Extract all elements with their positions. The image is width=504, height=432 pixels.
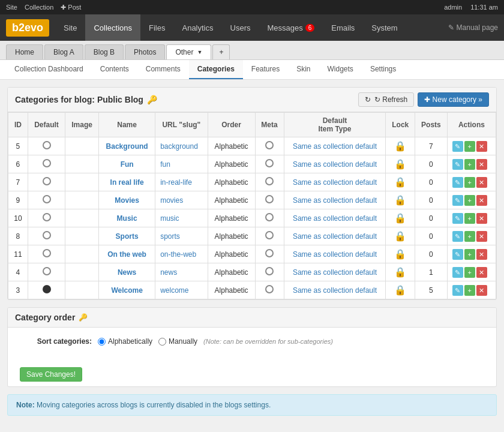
category-slug-link[interactable]: music	[160, 214, 179, 223]
category-name-link[interactable]: Welcome	[111, 286, 142, 295]
tab-blog-b[interactable]: Blog B	[85, 44, 124, 59]
cell-name[interactable]: Welcome	[99, 281, 155, 299]
meta-radio[interactable]	[265, 213, 274, 221]
add-subcategory-button[interactable]: +	[464, 141, 475, 152]
add-subcategory-button[interactable]: +	[464, 177, 475, 188]
cell-meta[interactable]	[255, 245, 284, 263]
edit-button[interactable]: ✎	[452, 159, 463, 170]
cell-name[interactable]: In real life	[99, 173, 155, 191]
category-name-link[interactable]: In real life	[110, 178, 144, 187]
default-radio[interactable]	[43, 213, 51, 221]
tab-other[interactable]: Other ▼	[166, 44, 211, 59]
cell-name[interactable]: News	[99, 263, 155, 281]
subtab-collection-dashboard[interactable]: Collection Dashboard	[6, 60, 92, 79]
category-slug-link[interactable]: welcome	[160, 286, 188, 295]
nav-analytics[interactable]: Analytics	[173, 14, 221, 41]
cell-item-type[interactable]: Same as collection default	[284, 173, 386, 191]
delete-button[interactable]: ✕	[476, 159, 487, 170]
meta-radio[interactable]	[265, 267, 274, 275]
meta-radio[interactable]	[265, 285, 274, 293]
edit-button[interactable]: ✎	[452, 267, 463, 278]
cell-item-type[interactable]: Same as collection default	[284, 155, 386, 173]
nav-system[interactable]: System	[363, 14, 406, 41]
subtab-categories[interactable]: Categories	[189, 60, 243, 79]
add-subcategory-button[interactable]: +	[464, 213, 475, 224]
default-radio[interactable]	[43, 177, 51, 185]
subtab-settings[interactable]: Settings	[362, 60, 404, 79]
category-name-link[interactable]: On the web	[107, 250, 146, 259]
cell-slug[interactable]: movies	[155, 191, 208, 209]
edit-button[interactable]: ✎	[452, 195, 463, 206]
cell-meta[interactable]	[255, 227, 284, 245]
default-radio[interactable]	[43, 159, 51, 167]
category-slug-link[interactable]: sports	[160, 232, 180, 241]
category-name-link[interactable]: Background	[106, 142, 148, 151]
delete-button[interactable]: ✕	[476, 141, 487, 152]
edit-button[interactable]: ✎	[452, 213, 463, 224]
nav-messages[interactable]: Messages 6	[259, 14, 323, 41]
delete-button[interactable]: ✕	[476, 195, 487, 206]
cell-slug[interactable]: welcome	[155, 281, 208, 299]
add-subcategory-button[interactable]: +	[464, 267, 475, 278]
category-slug-link[interactable]: in-real-life	[160, 178, 192, 187]
cell-slug[interactable]: on-the-web	[155, 245, 208, 263]
collection-menu[interactable]: Collection	[25, 4, 53, 11]
default-radio[interactable]	[43, 249, 51, 257]
edit-button[interactable]: ✎	[452, 141, 463, 152]
sort-manual-option[interactable]: Manually	[158, 337, 197, 346]
add-subcategory-button[interactable]: +	[464, 285, 475, 296]
cell-meta[interactable]	[255, 191, 284, 209]
subtab-widgets[interactable]: Widgets	[319, 60, 362, 79]
edit-button[interactable]: ✎	[452, 285, 463, 296]
cell-default[interactable]	[28, 209, 65, 227]
cell-item-type[interactable]: Same as collection default	[284, 137, 386, 155]
delete-button[interactable]: ✕	[476, 177, 487, 188]
cell-slug[interactable]: background	[155, 137, 208, 155]
meta-radio[interactable]	[265, 159, 274, 167]
cell-default[interactable]	[28, 263, 65, 281]
tab-blog-a[interactable]: Blog A	[44, 44, 83, 59]
meta-radio[interactable]	[265, 231, 274, 239]
cell-meta[interactable]	[255, 137, 284, 155]
cell-meta[interactable]	[255, 281, 284, 299]
post-button[interactable]: ✚ Post	[61, 4, 81, 11]
nav-collections[interactable]: Collections	[85, 14, 140, 41]
cell-name[interactable]: Music	[99, 209, 155, 227]
subtab-comments[interactable]: Comments	[137, 60, 189, 79]
cell-meta[interactable]	[255, 263, 284, 281]
category-slug-link[interactable]: background	[160, 142, 198, 151]
cell-slug[interactable]: in-real-life	[155, 173, 208, 191]
item-type-link[interactable]: Same as collection default	[293, 160, 377, 169]
save-changes-button[interactable]: Save Changes!	[20, 367, 82, 382]
delete-button[interactable]: ✕	[476, 231, 487, 242]
edit-button[interactable]: ✎	[452, 231, 463, 242]
cell-default[interactable]	[28, 245, 65, 263]
nav-site[interactable]: Site	[55, 14, 85, 41]
cell-item-type[interactable]: Same as collection default	[284, 263, 386, 281]
default-radio[interactable]	[43, 141, 51, 149]
sort-manual-radio[interactable]	[158, 338, 166, 346]
cell-default[interactable]	[28, 191, 65, 209]
item-type-link[interactable]: Same as collection default	[293, 214, 377, 223]
tab-add[interactable]: +	[212, 44, 230, 59]
cell-item-type[interactable]: Same as collection default	[284, 191, 386, 209]
category-name-link[interactable]: Movies	[115, 196, 139, 205]
admin-menu[interactable]: admin	[444, 4, 462, 11]
cell-item-type[interactable]: Same as collection default	[284, 245, 386, 263]
cell-meta[interactable]	[255, 155, 284, 173]
cell-default[interactable]	[28, 227, 65, 245]
item-type-link[interactable]: Same as collection default	[293, 268, 377, 277]
category-name-link[interactable]: Sports	[116, 232, 139, 241]
refresh-button[interactable]: ↻ ↻ Refresh	[358, 92, 414, 107]
cell-slug[interactable]: music	[155, 209, 208, 227]
add-subcategory-button[interactable]: +	[464, 231, 475, 242]
cell-item-type[interactable]: Same as collection default	[284, 227, 386, 245]
site-menu[interactable]: Site	[6, 4, 17, 11]
cell-default[interactable]	[28, 173, 65, 191]
sort-alpha-radio[interactable]	[98, 338, 106, 346]
manual-link[interactable]: ✎ Manual page	[448, 23, 498, 32]
add-subcategory-button[interactable]: +	[464, 159, 475, 170]
item-type-link[interactable]: Same as collection default	[293, 196, 377, 205]
delete-button[interactable]: ✕	[476, 213, 487, 224]
sort-alpha-option[interactable]: Alphabetically	[98, 337, 152, 346]
